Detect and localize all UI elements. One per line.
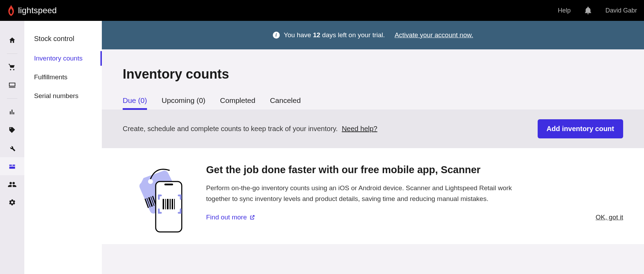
action-bar: Create, schedule and complete counts to …: [102, 110, 644, 148]
top-header: lightspeed Help David Gabr: [0, 0, 644, 21]
svg-rect-13: [174, 199, 175, 209]
nav-tags-icon[interactable]: [0, 121, 24, 139]
svg-rect-7: [164, 184, 173, 185]
secondary-sidebar: Stock control Inventory counts Fulfillme…: [24, 21, 102, 274]
external-link-icon: [250, 215, 255, 220]
scanner-illustration: [123, 164, 185, 234]
promo-description: Perform on-the-go inventory counts using…: [206, 183, 519, 204]
need-help-link[interactable]: Need help?: [342, 125, 377, 132]
activate-account-link[interactable]: Activate your account now.: [394, 31, 473, 39]
trial-banner: i You have 12 days left on your trial. A…: [102, 21, 644, 49]
user-menu[interactable]: David Gabr: [605, 7, 637, 14]
primary-icon-sidebar: [0, 21, 24, 274]
promo-title: Get the job done faster with our free mo…: [206, 164, 623, 176]
nav-tools-icon[interactable]: [0, 139, 24, 157]
ok-got-it-link[interactable]: OK, got it: [596, 213, 623, 221]
nav-register-icon[interactable]: [0, 76, 24, 94]
tab-due[interactable]: Due (0): [123, 96, 147, 110]
tab-upcoming[interactable]: Upcoming (0): [162, 96, 205, 110]
info-icon: i: [273, 32, 280, 39]
tab-completed[interactable]: Completed: [220, 96, 255, 110]
svg-rect-6: [156, 182, 182, 232]
subnav-item-fulfillments[interactable]: Fulfillments: [24, 68, 102, 87]
nav-reports-icon[interactable]: [0, 103, 24, 121]
nav-people-icon[interactable]: [0, 175, 24, 193]
flame-icon: [7, 5, 15, 16]
nav-home-icon[interactable]: [0, 31, 24, 49]
nav-settings-icon[interactable]: [0, 193, 24, 211]
nav-cart-icon[interactable]: [0, 58, 24, 76]
svg-rect-11: [170, 199, 171, 209]
help-link[interactable]: Help: [558, 7, 571, 14]
subnav-item-serial-numbers[interactable]: Serial numbers: [24, 87, 102, 105]
notifications-bell-icon[interactable]: [585, 7, 592, 14]
add-inventory-count-button[interactable]: Add inventory count: [538, 119, 623, 138]
find-out-more-link[interactable]: Find out more: [206, 213, 255, 221]
action-description: Create, schedule and complete counts to …: [123, 125, 377, 133]
main-content: i You have 12 days left on your trial. A…: [102, 21, 644, 274]
svg-rect-10: [167, 199, 169, 209]
svg-rect-9: [165, 199, 166, 209]
brand-text: lightspeed: [18, 6, 57, 15]
nav-inventory-icon[interactable]: [0, 157, 24, 175]
tabs: Due (0) Upcoming (0) Completed Canceled: [102, 96, 644, 110]
subnav-item-inventory-counts[interactable]: Inventory counts: [24, 49, 102, 68]
svg-rect-12: [172, 199, 173, 209]
page-title: Inventory counts: [123, 67, 623, 82]
svg-point-0: [148, 179, 153, 184]
tab-canceled[interactable]: Canceled: [270, 96, 301, 110]
svg-rect-8: [163, 199, 164, 209]
scanner-promo: Get the job done faster with our free mo…: [102, 148, 644, 244]
brand-logo[interactable]: lightspeed: [7, 5, 57, 16]
trial-message: You have 12 days left on your trial.: [284, 31, 385, 39]
subnav-heading: Stock control: [24, 31, 102, 49]
